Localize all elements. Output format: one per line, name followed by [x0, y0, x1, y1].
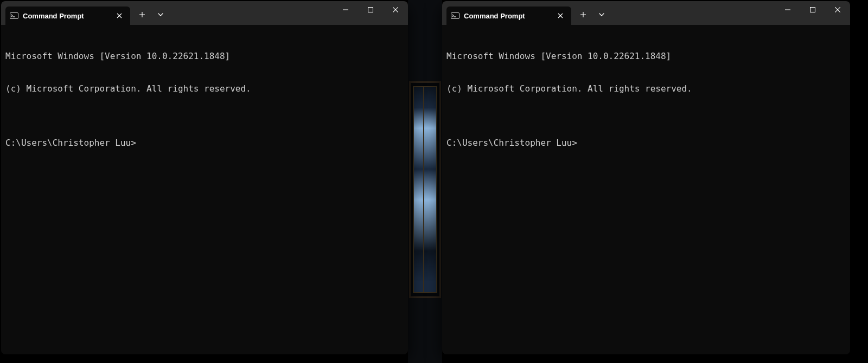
new-tab-button[interactable]: [575, 6, 592, 23]
terminal-line: (c) Microsoft Corporation. All rights re…: [446, 83, 846, 94]
terminal-window-right: Command Prompt: [442, 1, 850, 354]
chevron-down-icon: [599, 12, 604, 17]
window-caption-buttons: [333, 1, 408, 18]
close-icon: [117, 13, 122, 18]
close-window-button[interactable]: [383, 1, 408, 18]
tab-strip: Command Prompt: [1, 1, 130, 25]
plus-icon: [139, 11, 145, 18]
tab-close-button[interactable]: [114, 10, 125, 21]
svg-rect-17: [810, 8, 815, 12]
desktop-wallpaper-gap: [408, 0, 442, 363]
titlebar[interactable]: Command Prompt: [1, 1, 408, 25]
tab-title: Command Prompt: [464, 12, 525, 20]
minimize-icon: [343, 7, 348, 12]
tab-command-prompt[interactable]: Command Prompt: [446, 7, 571, 25]
wallpaper-window-frame: [409, 81, 441, 298]
close-icon: [558, 13, 563, 18]
close-icon: [835, 7, 840, 12]
terminal-prompt: C:\Users\Christopher Luu>: [5, 138, 404, 148]
terminal-output[interactable]: Microsoft Windows [Version 10.0.22621.18…: [1, 25, 408, 354]
tab-dropdown-button[interactable]: [152, 6, 169, 23]
minimize-icon: [785, 7, 790, 12]
maximize-button[interactable]: [800, 1, 825, 18]
titlebar-drag-area[interactable]: [610, 1, 775, 25]
tab-actions: [571, 1, 610, 25]
cmd-icon: [10, 11, 18, 20]
new-tab-button[interactable]: [133, 6, 151, 23]
chevron-down-icon: [158, 12, 163, 17]
terminal-line: Microsoft Windows [Version 10.0.22621.18…: [5, 51, 404, 62]
close-icon: [393, 7, 398, 12]
terminal-line: (c) Microsoft Corporation. All rights re…: [5, 83, 404, 94]
terminal-output[interactable]: Microsoft Windows [Version 10.0.22621.18…: [442, 25, 850, 354]
svg-rect-0: [10, 13, 18, 19]
terminal-window-left: Command Prompt: [1, 1, 408, 354]
close-window-button[interactable]: [825, 1, 850, 18]
maximize-icon: [368, 7, 373, 12]
terminal-line: Microsoft Windows [Version 10.0.22621.18…: [446, 51, 846, 62]
minimize-button[interactable]: [333, 1, 358, 18]
plus-icon: [580, 11, 586, 18]
tab-command-prompt[interactable]: Command Prompt: [5, 7, 130, 25]
wallpaper-door-handle: [424, 176, 426, 203]
tab-dropdown-button[interactable]: [593, 6, 610, 23]
tab-title: Command Prompt: [23, 12, 84, 20]
svg-rect-7: [368, 8, 373, 12]
cmd-icon: [451, 11, 459, 20]
titlebar[interactable]: Command Prompt: [442, 1, 850, 25]
terminal-prompt: C:\Users\Christopher Luu>: [446, 138, 846, 148]
maximize-button[interactable]: [358, 1, 383, 18]
window-caption-buttons: [775, 1, 850, 18]
tab-strip: Command Prompt: [442, 1, 571, 25]
titlebar-drag-area[interactable]: [169, 1, 333, 25]
maximize-icon: [810, 7, 815, 12]
minimize-button[interactable]: [775, 1, 800, 18]
tab-close-button[interactable]: [555, 10, 566, 21]
svg-rect-10: [451, 13, 459, 19]
tab-actions: [130, 1, 169, 25]
